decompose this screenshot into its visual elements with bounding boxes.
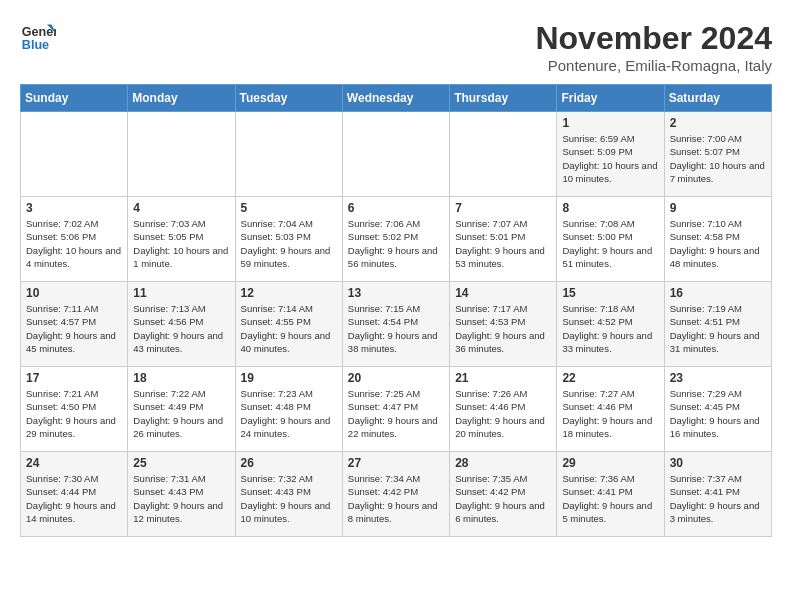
day-info: Sunrise: 6:59 AMSunset: 5:09 PMDaylight:… [562,132,658,185]
calendar-cell: 25Sunrise: 7:31 AMSunset: 4:43 PMDayligh… [128,452,235,537]
header-tuesday: Tuesday [235,85,342,112]
calendar-cell: 16Sunrise: 7:19 AMSunset: 4:51 PMDayligh… [664,282,771,367]
day-info: Sunrise: 7:37 AMSunset: 4:41 PMDaylight:… [670,472,766,525]
calendar-cell [342,112,449,197]
day-number: 7 [455,201,551,215]
day-number: 25 [133,456,229,470]
day-number: 30 [670,456,766,470]
day-info: Sunrise: 7:36 AMSunset: 4:41 PMDaylight:… [562,472,658,525]
header-monday: Monday [128,85,235,112]
day-number: 1 [562,116,658,130]
header: General Blue November 2024 Pontenure, Em… [20,20,772,74]
day-number: 26 [241,456,337,470]
day-info: Sunrise: 7:31 AMSunset: 4:43 PMDaylight:… [133,472,229,525]
day-info: Sunrise: 7:22 AMSunset: 4:49 PMDaylight:… [133,387,229,440]
calendar-cell: 10Sunrise: 7:11 AMSunset: 4:57 PMDayligh… [21,282,128,367]
header-friday: Friday [557,85,664,112]
calendar-cell: 7Sunrise: 7:07 AMSunset: 5:01 PMDaylight… [450,197,557,282]
month-year-title: November 2024 [535,20,772,57]
day-number: 21 [455,371,551,385]
calendar-cell: 9Sunrise: 7:10 AMSunset: 4:58 PMDaylight… [664,197,771,282]
calendar-cell: 8Sunrise: 7:08 AMSunset: 5:00 PMDaylight… [557,197,664,282]
day-info: Sunrise: 7:35 AMSunset: 4:42 PMDaylight:… [455,472,551,525]
day-number: 20 [348,371,444,385]
day-info: Sunrise: 7:11 AMSunset: 4:57 PMDaylight:… [26,302,122,355]
day-number: 17 [26,371,122,385]
day-info: Sunrise: 7:03 AMSunset: 5:05 PMDaylight:… [133,217,229,270]
calendar-cell: 18Sunrise: 7:22 AMSunset: 4:49 PMDayligh… [128,367,235,452]
day-number: 29 [562,456,658,470]
calendar-cell: 5Sunrise: 7:04 AMSunset: 5:03 PMDaylight… [235,197,342,282]
day-info: Sunrise: 7:08 AMSunset: 5:00 PMDaylight:… [562,217,658,270]
calendar-cell: 1Sunrise: 6:59 AMSunset: 5:09 PMDaylight… [557,112,664,197]
calendar-cell: 17Sunrise: 7:21 AMSunset: 4:50 PMDayligh… [21,367,128,452]
calendar-week-row: 1Sunrise: 6:59 AMSunset: 5:09 PMDaylight… [21,112,772,197]
day-info: Sunrise: 7:27 AMSunset: 4:46 PMDaylight:… [562,387,658,440]
day-info: Sunrise: 7:02 AMSunset: 5:06 PMDaylight:… [26,217,122,270]
calendar-cell [235,112,342,197]
day-number: 8 [562,201,658,215]
day-info: Sunrise: 7:29 AMSunset: 4:45 PMDaylight:… [670,387,766,440]
day-info: Sunrise: 7:26 AMSunset: 4:46 PMDaylight:… [455,387,551,440]
svg-text:Blue: Blue [22,38,49,52]
day-info: Sunrise: 7:00 AMSunset: 5:07 PMDaylight:… [670,132,766,185]
calendar-cell: 29Sunrise: 7:36 AMSunset: 4:41 PMDayligh… [557,452,664,537]
day-info: Sunrise: 7:07 AMSunset: 5:01 PMDaylight:… [455,217,551,270]
day-number: 4 [133,201,229,215]
calendar-cell: 6Sunrise: 7:06 AMSunset: 5:02 PMDaylight… [342,197,449,282]
day-number: 3 [26,201,122,215]
day-info: Sunrise: 7:21 AMSunset: 4:50 PMDaylight:… [26,387,122,440]
day-number: 11 [133,286,229,300]
logo-icon: General Blue [20,20,56,56]
day-number: 9 [670,201,766,215]
day-info: Sunrise: 7:25 AMSunset: 4:47 PMDaylight:… [348,387,444,440]
day-info: Sunrise: 7:13 AMSunset: 4:56 PMDaylight:… [133,302,229,355]
calendar-cell: 24Sunrise: 7:30 AMSunset: 4:44 PMDayligh… [21,452,128,537]
calendar-cell [21,112,128,197]
calendar-cell: 28Sunrise: 7:35 AMSunset: 4:42 PMDayligh… [450,452,557,537]
day-number: 27 [348,456,444,470]
day-number: 28 [455,456,551,470]
day-number: 12 [241,286,337,300]
day-number: 15 [562,286,658,300]
calendar-week-row: 24Sunrise: 7:30 AMSunset: 4:44 PMDayligh… [21,452,772,537]
day-info: Sunrise: 7:17 AMSunset: 4:53 PMDaylight:… [455,302,551,355]
calendar-cell: 21Sunrise: 7:26 AMSunset: 4:46 PMDayligh… [450,367,557,452]
calendar-week-row: 10Sunrise: 7:11 AMSunset: 4:57 PMDayligh… [21,282,772,367]
header-sunday: Sunday [21,85,128,112]
day-number: 23 [670,371,766,385]
day-info: Sunrise: 7:10 AMSunset: 4:58 PMDaylight:… [670,217,766,270]
day-info: Sunrise: 7:15 AMSunset: 4:54 PMDaylight:… [348,302,444,355]
day-number: 22 [562,371,658,385]
title-area: November 2024 Pontenure, Emilia-Romagna,… [535,20,772,74]
day-info: Sunrise: 7:04 AMSunset: 5:03 PMDaylight:… [241,217,337,270]
calendar-cell: 15Sunrise: 7:18 AMSunset: 4:52 PMDayligh… [557,282,664,367]
day-info: Sunrise: 7:06 AMSunset: 5:02 PMDaylight:… [348,217,444,270]
calendar-cell: 13Sunrise: 7:15 AMSunset: 4:54 PMDayligh… [342,282,449,367]
calendar-cell: 30Sunrise: 7:37 AMSunset: 4:41 PMDayligh… [664,452,771,537]
day-info: Sunrise: 7:30 AMSunset: 4:44 PMDaylight:… [26,472,122,525]
header-saturday: Saturday [664,85,771,112]
day-number: 14 [455,286,551,300]
calendar-cell: 14Sunrise: 7:17 AMSunset: 4:53 PMDayligh… [450,282,557,367]
day-number: 2 [670,116,766,130]
day-number: 13 [348,286,444,300]
calendar-week-row: 3Sunrise: 7:02 AMSunset: 5:06 PMDaylight… [21,197,772,282]
calendar-cell: 19Sunrise: 7:23 AMSunset: 4:48 PMDayligh… [235,367,342,452]
calendar-cell: 27Sunrise: 7:34 AMSunset: 4:42 PMDayligh… [342,452,449,537]
location-subtitle: Pontenure, Emilia-Romagna, Italy [535,57,772,74]
calendar-cell: 23Sunrise: 7:29 AMSunset: 4:45 PMDayligh… [664,367,771,452]
day-info: Sunrise: 7:34 AMSunset: 4:42 PMDaylight:… [348,472,444,525]
logo: General Blue [20,20,56,56]
calendar-table: Sunday Monday Tuesday Wednesday Thursday… [20,84,772,537]
days-header-row: Sunday Monday Tuesday Wednesday Thursday… [21,85,772,112]
calendar-cell: 20Sunrise: 7:25 AMSunset: 4:47 PMDayligh… [342,367,449,452]
day-info: Sunrise: 7:14 AMSunset: 4:55 PMDaylight:… [241,302,337,355]
day-info: Sunrise: 7:18 AMSunset: 4:52 PMDaylight:… [562,302,658,355]
day-info: Sunrise: 7:19 AMSunset: 4:51 PMDaylight:… [670,302,766,355]
day-number: 6 [348,201,444,215]
day-info: Sunrise: 7:32 AMSunset: 4:43 PMDaylight:… [241,472,337,525]
day-number: 24 [26,456,122,470]
day-number: 19 [241,371,337,385]
calendar-cell: 26Sunrise: 7:32 AMSunset: 4:43 PMDayligh… [235,452,342,537]
